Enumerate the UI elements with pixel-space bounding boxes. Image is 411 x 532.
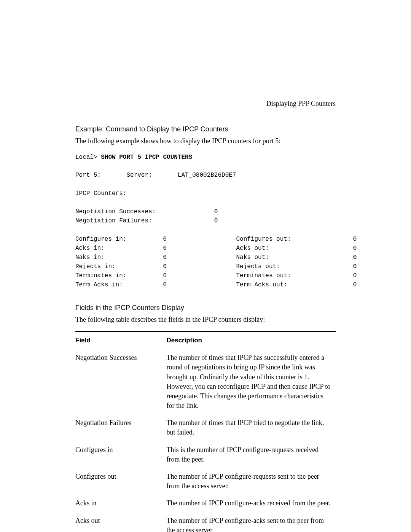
fields-section-title: Fields in the IPCP Counters Display bbox=[75, 303, 336, 313]
fields-table: Field Description Negotiation SuccessesT… bbox=[75, 331, 336, 532]
table-row: Configures inThis is the number of IPCP … bbox=[75, 441, 336, 468]
field-name: Acks out bbox=[75, 512, 166, 532]
field-name: Acks in bbox=[75, 495, 166, 512]
table-row: Acks outThe number of IPCP configure-ack… bbox=[75, 512, 336, 532]
table-row: Configures outThe number of IPCP configu… bbox=[75, 468, 336, 495]
terminal-output: Port 5: Server: LAT_08002B26D0E7 IPCP Co… bbox=[75, 171, 336, 289]
prompt: Local> bbox=[75, 154, 97, 161]
command-line: Local> SHOW PORT 5 IPCP COUNTERS bbox=[75, 153, 336, 161]
th-field: Field bbox=[75, 332, 166, 349]
field-name: Configures out bbox=[75, 468, 166, 495]
page-header-right: Displaying PPP Counters bbox=[75, 99, 336, 109]
field-desc: The number of IPCP configure-acks receiv… bbox=[166, 495, 336, 512]
field-desc: The number of IPCP configure-requests se… bbox=[166, 468, 336, 495]
table-row: Negotiation FailuresThe number of times … bbox=[75, 414, 336, 441]
field-name: Configures in bbox=[75, 441, 166, 468]
field-desc: The number of times that IPCP tried to n… bbox=[166, 414, 336, 441]
th-desc: Description bbox=[166, 332, 336, 349]
fields-intro: The following table describes the fields… bbox=[75, 315, 336, 324]
command-text: SHOW PORT 5 IPCP COUNTERS bbox=[101, 154, 192, 161]
field-name: Negotiation Successes bbox=[75, 349, 166, 415]
field-desc: The number of IPCP configure-acks sent t… bbox=[166, 512, 336, 532]
field-name: Negotiation Failures bbox=[75, 414, 166, 441]
table-row: Negotiation SuccessesThe number of times… bbox=[75, 349, 336, 415]
field-desc: This is the number of IPCP configure-req… bbox=[166, 441, 336, 468]
table-row: Acks inThe number of IPCP configure-acks… bbox=[75, 495, 336, 512]
example-section-title: Example: Command to Display the IPCP Cou… bbox=[75, 125, 336, 134]
field-desc: The number of times that IPCP has succes… bbox=[166, 349, 336, 415]
example-intro: The following example shows how to displ… bbox=[75, 136, 336, 146]
